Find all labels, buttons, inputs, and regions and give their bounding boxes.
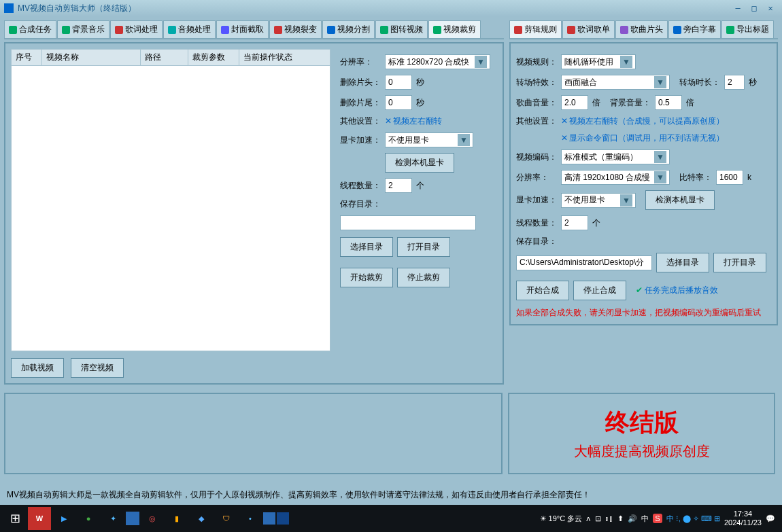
taskbar-app-1[interactable]: W — [28, 507, 51, 530]
left-tab-4[interactable]: 封面截取 — [216, 20, 269, 38]
taskbar-app-6[interactable]: ◎ — [141, 507, 164, 530]
open-dir-button[interactable]: 打开目录 — [397, 237, 450, 257]
video-rule-select[interactable]: 随机循环使用▼ — [561, 54, 636, 69]
playsound-checkbox[interactable]: ✔ 任务完成后播放音效 — [636, 285, 718, 296]
thread2-input[interactable] — [561, 215, 588, 230]
taskbar-app-8[interactable]: ◆ — [190, 507, 213, 530]
start-button[interactable]: ⊞ — [3, 507, 27, 530]
transition-select[interactable]: 画面融合▼ — [561, 75, 670, 90]
taskbar-app-9[interactable]: 🛡 — [214, 507, 237, 530]
stop-compose-button[interactable]: 停止合成 — [573, 281, 626, 300]
error-hint: 如果全部合成失败，请关闭显卡加速，把视频编码改为重编码后重试 — [516, 307, 771, 319]
left-tab-3[interactable]: 音频处理 — [163, 20, 216, 38]
titlebar: MV视频自动剪辑大师（终结版） — □ ✕ — [0, 0, 782, 16]
bitrate-input[interactable] — [716, 170, 743, 185]
flip-checkbox[interactable]: ✕视频左右翻转 — [385, 116, 442, 127]
start-crop-button[interactable]: 开始裁剪 — [340, 268, 393, 287]
resolution2-select[interactable]: 高清 1920x1080 合成慢▼ — [561, 170, 670, 185]
thread-input[interactable] — [385, 178, 412, 193]
left-tab-6[interactable]: 视频分割 — [322, 20, 375, 38]
right-tab-3[interactable]: 旁白字幕 — [668, 20, 721, 38]
taskbar[interactable]: ⊞ W ▶ ● ✦ ◎ ▮ ◆ 🛡 • ☀ 19°C 多云 ʌ ⊡ ⫾⫿ ⬆ 🔊… — [0, 505, 782, 532]
tray-icon-3[interactable]: ⬆ — [617, 514, 624, 523]
right-tab-4[interactable]: 导出标题 — [721, 20, 774, 38]
col-1[interactable]: 视频名称 — [42, 50, 141, 66]
window-title: MV视频自动剪辑大师（终结版） — [18, 3, 136, 14]
stop-crop-button[interactable]: 停止裁剪 — [397, 268, 450, 287]
tray-icon-1[interactable]: ⊡ — [595, 514, 601, 523]
table-body[interactable] — [11, 66, 330, 351]
col-3[interactable]: 裁剪参数 — [188, 50, 239, 66]
delete-tail-input[interactable] — [385, 95, 412, 110]
left-tab-7[interactable]: 图转视频 — [375, 20, 428, 38]
ime-icon[interactable]: S — [653, 514, 662, 523]
left-tab-0[interactable]: 合成任务 — [4, 20, 56, 38]
flip2-checkbox[interactable]: ✕视频左右翻转（合成慢，可以提高原创度） — [561, 116, 724, 127]
promo-sub: 大幅度提高视频原创度 — [574, 442, 710, 461]
minimize-button[interactable]: — — [730, 3, 745, 14]
left-tab-1[interactable]: 背景音乐 — [57, 20, 109, 38]
taskbar-app-4[interactable]: ✦ — [101, 507, 124, 530]
maximize-button[interactable]: □ — [747, 3, 762, 14]
taskbar-app-12[interactable] — [277, 512, 289, 525]
right-tab-2[interactable]: 歌曲片头 — [615, 20, 668, 38]
gpu2-select[interactable]: 不使用显卡▼ — [561, 193, 636, 208]
taskbar-app-10[interactable]: • — [239, 507, 262, 530]
resolution-select[interactable]: 标准 1280x720 合成快▼ — [385, 54, 490, 69]
close-button[interactable]: ✕ — [763, 3, 778, 14]
cmd-checkbox[interactable]: ✕显示命令窗口（调试用，用不到话请无视） — [561, 132, 724, 144]
transition-duration-input[interactable] — [724, 75, 745, 90]
tray-icon-2[interactable]: ⫾⫿ — [605, 514, 613, 522]
gpu-select[interactable]: 不使用显卡▼ — [385, 132, 473, 147]
col-4[interactable]: 当前操作状态 — [239, 50, 330, 66]
ime-text[interactable]: 中 ⁝, ⬤ ✧ ⌨ ⊞ — [666, 514, 720, 524]
promo-title: 终结版 — [605, 406, 679, 440]
right-tab-1[interactable]: 歌词歌单 — [562, 20, 615, 38]
detect-gpu2-button[interactable]: 检测本机显卡 — [645, 190, 715, 210]
left-tabs: 合成任务背景音乐歌词处理音频处理封面截取视频裂变视频分割图转视频视频裁剪 — [4, 20, 504, 39]
right-tabs: 剪辑规则歌词歌单歌曲片头旁白字幕导出标题 — [509, 20, 778, 39]
taskbar-app-5[interactable] — [126, 512, 139, 525]
tray-volume-icon[interactable]: 🔊 — [628, 514, 637, 523]
detect-gpu-button[interactable]: 检测本机显卡 — [385, 153, 454, 173]
start-compose-button[interactable]: 开始合成 — [516, 281, 569, 300]
footer-text: MV视频自动剪辑大师是一款视频全自动剪辑软件，仅用于个人原创视频制作、提高剪辑效… — [0, 485, 782, 505]
col-0[interactable]: 序号 — [12, 50, 42, 66]
taskbar-app-2[interactable]: ▶ — [52, 507, 75, 530]
video-table: 序号视频名称路径裁剪参数当前操作状态 — [11, 49, 330, 66]
log-panel — [4, 393, 503, 474]
taskbar-app-11[interactable] — [263, 512, 275, 525]
clock-date[interactable]: 2024/11/23 — [724, 518, 762, 527]
load-video-button[interactable]: 加载视频 — [11, 358, 64, 378]
select-dir2-button[interactable]: 选择目录 — [656, 253, 709, 272]
ime-indicator[interactable]: 中 — [641, 514, 649, 524]
weather[interactable]: ☀ 19°C 多云 — [540, 514, 583, 524]
taskbar-app-7[interactable]: ▮ — [165, 507, 188, 530]
clock-time[interactable]: 17:34 — [724, 510, 762, 518]
save2-dir-input[interactable] — [516, 255, 652, 270]
right-tab-0[interactable]: 剪辑规则 — [509, 20, 562, 38]
encode-select[interactable]: 标准模式（重编码）▼ — [561, 149, 670, 164]
promo-panel: 终结版 大幅度提高视频原创度 — [508, 393, 775, 474]
left-tab-8[interactable]: 视频裁剪 — [428, 20, 481, 38]
left-tab-2[interactable]: 歌词处理 — [110, 20, 163, 38]
save-dir-input[interactable] — [340, 215, 476, 230]
col-2[interactable]: 路径 — [141, 50, 188, 66]
notification-icon[interactable]: 💬 — [766, 514, 775, 523]
open-dir2-button[interactable]: 打开目录 — [713, 253, 766, 272]
select-dir-button[interactable]: 选择目录 — [340, 237, 393, 257]
left-tab-5[interactable]: 视频裂变 — [269, 20, 322, 38]
tray-up-icon[interactable]: ʌ — [586, 514, 591, 523]
taskbar-app-3[interactable]: ● — [77, 507, 100, 530]
delete-head-input[interactable] — [385, 75, 412, 90]
song-volume-input[interactable] — [561, 95, 588, 110]
clear-video-button[interactable]: 清空视频 — [71, 358, 124, 378]
app-icon — [4, 3, 14, 13]
bg-volume-input[interactable] — [655, 95, 682, 110]
